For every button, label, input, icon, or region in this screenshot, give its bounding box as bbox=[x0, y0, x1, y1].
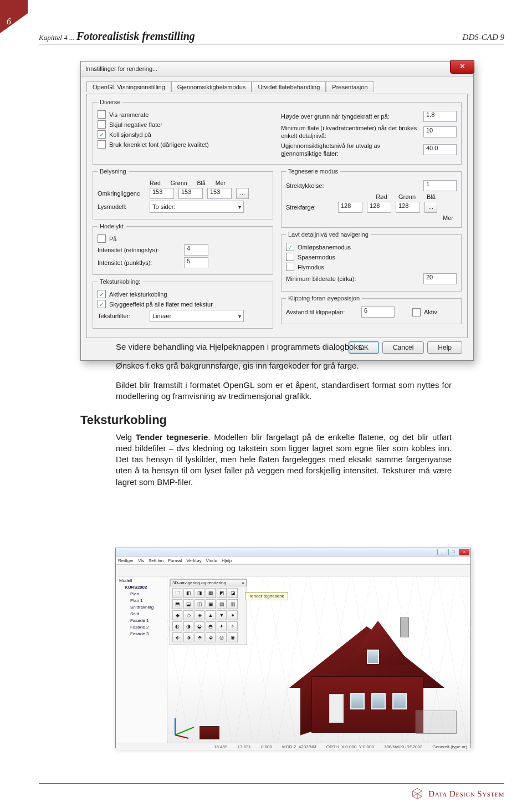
inp-sf-g[interactable]: 128 bbox=[367, 202, 391, 213]
palette-icon[interactable]: ◪ bbox=[228, 588, 238, 598]
tree-root[interactable]: Modell bbox=[117, 578, 166, 584]
cb-vis-rammerate[interactable] bbox=[98, 110, 106, 119]
cb-fly[interactable] bbox=[286, 263, 294, 271]
lbl-avstand: Avstand til klippeplan: bbox=[286, 308, 358, 316]
palette-icon[interactable]: ◆ bbox=[172, 610, 182, 620]
palette-icon[interactable]: ◉ bbox=[228, 632, 238, 642]
sel-teksturfilter[interactable]: Lineær ▾ bbox=[150, 310, 244, 322]
para-4: Velg Tender tegneserie. Modellen blir fa… bbox=[116, 432, 452, 488]
cb-spaser[interactable] bbox=[286, 253, 294, 261]
app-toolbar[interactable] bbox=[116, 565, 470, 576]
palette-icon[interactable]: ◒ bbox=[195, 621, 204, 631]
palette-icon[interactable]: ▼ bbox=[217, 610, 227, 620]
dialog-title: Innstillinger for rendering... bbox=[85, 65, 157, 72]
page-header: Kapittel 4 ... Fotorealistisk fremstilli… bbox=[39, 30, 504, 44]
tree-leaf[interactable]: Snitt bbox=[117, 611, 166, 617]
palette-icon[interactable]: ▦ bbox=[206, 588, 216, 598]
maximize-icon[interactable]: □ bbox=[448, 549, 458, 555]
cb-hodelykt-pa[interactable] bbox=[98, 234, 106, 243]
palette-icon[interactable]: ▤ bbox=[217, 599, 227, 609]
tree-leaf[interactable]: Snittrekning bbox=[117, 604, 166, 611]
tree-leaf[interactable]: Plan 1 bbox=[117, 597, 166, 604]
palette-title: 3D-navigering og rendering bbox=[172, 580, 226, 585]
inp-omkring-r[interactable]: 153 bbox=[150, 188, 174, 199]
tree-node[interactable]: KURS2002 bbox=[117, 584, 166, 591]
btn-omkring-more[interactable]: ... bbox=[236, 188, 249, 199]
palette-icon[interactable]: ⬙ bbox=[206, 632, 216, 642]
palette-icon[interactable]: ▥ bbox=[228, 599, 238, 609]
palette-icon[interactable]: ◑ bbox=[183, 621, 193, 631]
inp-retn[interactable]: 4 bbox=[184, 244, 208, 256]
lbl-skjul-negative: Skjul negative flater bbox=[109, 121, 162, 129]
sel-lysmodell[interactable]: To sider: ▾ bbox=[150, 201, 244, 213]
menu-item[interactable]: Verktøy bbox=[186, 558, 201, 563]
palette-icon[interactable]: ◩ bbox=[217, 588, 227, 598]
tab-opengl[interactable]: OpenGL Visningsinnstilling bbox=[86, 81, 171, 92]
cb-omlop[interactable] bbox=[286, 243, 294, 251]
app-menubar[interactable]: Rediger Vis Sett inn Format Verktøy Vind… bbox=[116, 556, 470, 565]
tab-transpar[interactable]: Gjennomsiktighetsmodus bbox=[171, 81, 252, 92]
cb-kollisjon[interactable] bbox=[98, 130, 106, 139]
palette-icon[interactable]: ◫ bbox=[195, 599, 204, 609]
palette-icon[interactable]: ✧ bbox=[228, 621, 238, 631]
balcony bbox=[416, 711, 457, 734]
inp-punkt[interactable]: 5 bbox=[184, 257, 208, 268]
palette-icon[interactable]: ◐ bbox=[172, 621, 182, 631]
footer-brand: Data Design System bbox=[411, 787, 504, 800]
palette-icon[interactable]: ⬖ bbox=[172, 632, 182, 642]
inp-strektykk[interactable]: 1 bbox=[423, 180, 457, 191]
tree-leaf[interactable]: Fasade 1 bbox=[117, 617, 166, 624]
palette-close-icon[interactable]: × bbox=[242, 580, 244, 585]
app-tree[interactable]: Modell KURS2002 Plan Plan 1 Snittrekning… bbox=[116, 576, 167, 743]
menu-item[interactable]: Format bbox=[168, 558, 182, 563]
inp-omkring-g[interactable]: 153 bbox=[178, 188, 203, 199]
palette-icon[interactable]: ⬘ bbox=[195, 632, 204, 642]
cb-aktiv[interactable] bbox=[412, 308, 421, 316]
palette-icon[interactable]: ◓ bbox=[206, 621, 216, 631]
palette-icon[interactable]: ● bbox=[228, 610, 238, 620]
inp-hoyde[interactable]: 1.8 bbox=[423, 111, 457, 122]
palette-icon[interactable]: ✦ bbox=[217, 621, 227, 631]
menu-item[interactable]: Vindu bbox=[206, 558, 217, 563]
tree-leaf[interactable]: Fasade 3 bbox=[117, 631, 166, 637]
palette-icon[interactable]: ◇ bbox=[183, 610, 193, 620]
palette-icon[interactable]: ▣ bbox=[206, 599, 216, 609]
menu-item[interactable]: Vis bbox=[138, 558, 144, 563]
floating-palette[interactable]: 3D-navigering og rendering× ⬚◧◨▦◩◪ ⬒⬓◫▣▤… bbox=[170, 579, 247, 645]
app-titlebar[interactable]: _ □ × bbox=[116, 548, 470, 556]
palette-icon[interactable]: ◎ bbox=[217, 632, 227, 642]
inp-ugjennom[interactable]: 40.0 bbox=[423, 144, 457, 155]
close-icon[interactable]: ✕ bbox=[450, 60, 474, 74]
inp-minbild[interactable]: 20 bbox=[423, 273, 457, 284]
minimize-icon[interactable]: _ bbox=[437, 549, 447, 555]
menu-item[interactable]: Rediger bbox=[118, 558, 134, 563]
tab-surface[interactable]: Utvidet flatebehandling bbox=[252, 81, 326, 92]
close-icon[interactable]: × bbox=[459, 549, 469, 555]
palette-icon[interactable]: ⬒ bbox=[172, 599, 182, 609]
inp-minflate[interactable]: 10 bbox=[423, 126, 457, 137]
tab-present[interactable]: Presentasjon bbox=[326, 81, 374, 92]
palette-icon[interactable]: ⬚ bbox=[172, 588, 182, 598]
palette-icon[interactable]: ⬗ bbox=[183, 632, 193, 642]
tree-leaf[interactable]: Plan bbox=[117, 591, 166, 597]
inp-avstand[interactable]: 6 bbox=[361, 307, 395, 318]
inp-sf-r[interactable]: 128 bbox=[338, 202, 362, 213]
app-3d-view[interactable]: 3D-navigering og rendering× ⬚◧◨▦◩◪ ⬒⬓◫▣▤… bbox=[167, 576, 470, 743]
palette-icon[interactable]: ▲ bbox=[206, 610, 216, 620]
btn-sf-more[interactable]: ... bbox=[424, 202, 437, 213]
menu-item[interactable]: Hjelp bbox=[222, 558, 232, 563]
material-swatch[interactable] bbox=[200, 726, 219, 739]
tree-leaf[interactable]: Fasade 2 bbox=[117, 624, 166, 631]
dialog-titlebar[interactable]: Innstillinger for rendering... ✕ bbox=[81, 62, 473, 76]
inp-omkring-b[interactable]: 153 bbox=[207, 188, 232, 199]
palette-icon[interactable]: ◧ bbox=[183, 588, 193, 598]
cb-forenklet-font[interactable] bbox=[98, 140, 106, 149]
inp-sf-b[interactable]: 128 bbox=[396, 202, 420, 213]
palette-icon[interactable]: ◨ bbox=[195, 588, 204, 598]
cb-aktiver-tekstur[interactable] bbox=[98, 290, 106, 298]
cb-skjul-negative[interactable] bbox=[98, 120, 106, 129]
cb-skygge[interactable] bbox=[98, 300, 106, 308]
menu-item[interactable]: Sett inn bbox=[149, 558, 163, 563]
palette-icon[interactable]: ◈ bbox=[195, 610, 204, 620]
palette-icon[interactable]: ⬓ bbox=[183, 599, 193, 609]
